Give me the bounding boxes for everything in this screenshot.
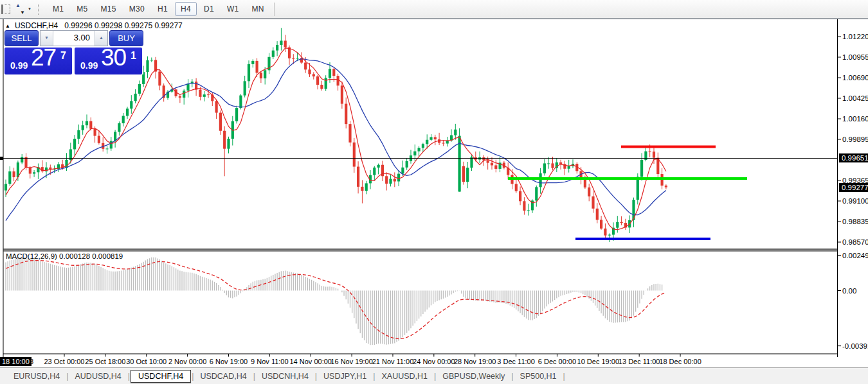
- quote-symbol: USDCHF,H4: [15, 21, 58, 30]
- down-arrow-icon: ▼: [20, 10, 25, 15]
- timeframe-button-d1[interactable]: D1: [198, 2, 220, 16]
- one-click-trading-panel: SELL ▼ 3.00 ▲ BUY 0.99 27 7 0.99 30 1: [5, 30, 143, 74]
- toolbar-separator: [274, 3, 275, 16]
- tab-sp500-h1[interactable]: SP500,H1: [514, 371, 563, 382]
- tab-xauusd-h1[interactable]: XAUUSD,H1: [376, 371, 434, 382]
- timeframe-button-m30[interactable]: M30: [123, 2, 150, 16]
- tab-usdcad-h4[interactable]: USDCAD,H4: [194, 371, 252, 382]
- sell-price-box[interactable]: 0.99 27 7: [5, 48, 72, 74]
- dropdown-caret-icon[interactable]: ▼: [28, 7, 32, 11]
- trade-buttons-row: SELL ▼ 3.00 ▲ BUY: [5, 30, 143, 46]
- tab-gbpusd-weekly[interactable]: GBPUSD,Weekly: [437, 371, 511, 382]
- volume-input[interactable]: 3.00: [53, 31, 95, 46]
- tab-separator: |: [315, 372, 317, 381]
- sell-price-main: 27: [31, 48, 56, 71]
- collapse-arrow-icon[interactable]: ▲: [5, 23, 10, 29]
- buy-price-main: 30: [101, 48, 126, 71]
- timeframe-button-m15[interactable]: M15: [95, 2, 122, 16]
- timeframe-button-m5[interactable]: M5: [71, 2, 93, 16]
- sell-price-pip: 7: [60, 50, 66, 62]
- buy-button[interactable]: BUY: [109, 30, 143, 46]
- toolbar-grip: [38, 4, 41, 15]
- indicator-label: MACD(12,26,9) 0.000128 0.000819: [6, 252, 123, 260]
- volume-decrease-button[interactable]: ▼: [41, 31, 53, 46]
- tab-audusd-h4[interactable]: AUDUSD,H4: [69, 371, 127, 382]
- timeframe-button-mn[interactable]: MN: [246, 2, 269, 16]
- timeframe-button-w1[interactable]: W1: [221, 2, 245, 16]
- up-arrow-icon: ▲: [15, 3, 21, 8]
- tab-usdjpy-h1[interactable]: USDJPY,H1: [318, 371, 372, 382]
- mt4-window: ▲ ▼ ▼ M1M5M15M30H1H4D1W1MN ▲ USDCHF,H4 0…: [0, 0, 868, 384]
- tab-usdchf-h4[interactable]: USDCHF,H4: [131, 370, 191, 383]
- toolbar: ▲ ▼ ▼ M1M5M15M30H1H4D1W1MN: [0, 0, 868, 19]
- tab-separator: |: [434, 372, 436, 381]
- tab-separator: |: [563, 372, 565, 381]
- tab-eurusd-h4[interactable]: EURUSD,H4: [8, 371, 66, 382]
- timeframe-button-h4[interactable]: H4: [175, 2, 197, 16]
- sort-arrows-icon[interactable]: ▲ ▼: [15, 4, 25, 14]
- tab-separator: |: [66, 372, 68, 381]
- trade-price-row: 0.99 27 7 0.99 30 1: [5, 48, 143, 74]
- tab-separator: |: [128, 372, 130, 381]
- chart-shift-icon[interactable]: [1, 4, 10, 14]
- tab-separator: |: [192, 372, 194, 381]
- volume-increase-button[interactable]: ▲: [95, 31, 107, 46]
- sell-button[interactable]: SELL: [5, 30, 39, 46]
- buy-price-box[interactable]: 0.99 30 1: [75, 48, 142, 74]
- tab-separator: |: [373, 372, 375, 381]
- timeframe-group: M1M5M15M30H1H4D1W1MN: [46, 2, 271, 16]
- chart-tab-bar: EURUSD,H4|AUDUSD,H4|USDCHF,H4|USDCAD,H4|…: [0, 367, 868, 384]
- buy-price-prefix: 0.99: [80, 60, 98, 71]
- sell-price-prefix: 0.99: [10, 60, 28, 71]
- buy-price-pip: 1: [131, 50, 136, 62]
- timeframe-button-m1[interactable]: M1: [47, 2, 69, 16]
- quote-ohlc: 0.99296 0.99298 0.99275 0.99277: [64, 21, 183, 30]
- timeframe-button-h1[interactable]: H1: [152, 2, 174, 16]
- quote-bar: ▲ USDCHF,H4 0.99296 0.99298 0.99275 0.99…: [5, 21, 186, 30]
- volume-stepper: ▼ 3.00 ▲: [40, 30, 108, 46]
- tab-separator: |: [253, 372, 255, 381]
- tab-separator: |: [511, 372, 513, 381]
- tab-usdcnh-h4[interactable]: USDCNH,H4: [256, 371, 314, 382]
